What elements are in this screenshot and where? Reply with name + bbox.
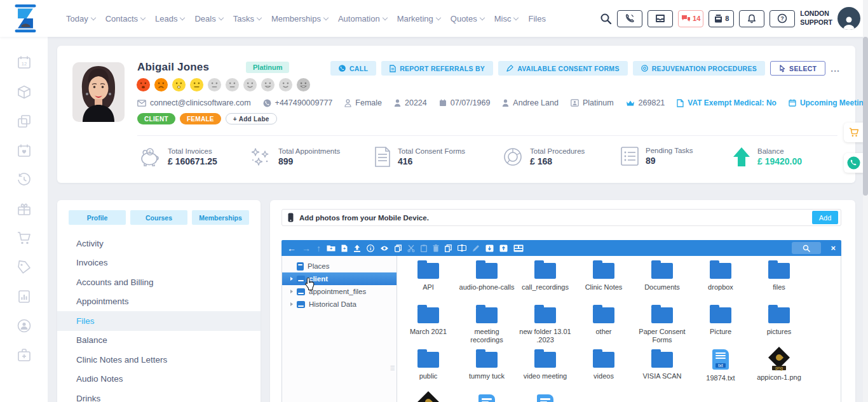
client-phone[interactable]: +447490009777	[263, 98, 333, 107]
history-icon[interactable]	[17, 172, 32, 187]
tree-item-client[interactable]: client	[282, 272, 397, 285]
package-icon[interactable]	[17, 84, 32, 100]
cart-icon[interactable]	[17, 231, 32, 246]
mood-6-icon[interactable]	[225, 77, 240, 92]
notifications-button[interactable]	[739, 10, 764, 27]
clinicsoftware-logo[interactable]	[11, 4, 39, 32]
extract-icon[interactable]	[499, 245, 508, 252]
file-item[interactable]: tummy tuck	[458, 349, 516, 393]
file-item[interactable]: dropbox	[691, 260, 750, 304]
mood-2-icon[interactable]	[154, 77, 168, 92]
report-icon[interactable]	[17, 289, 32, 304]
file-item[interactable]: pictures	[750, 304, 808, 349]
report-referrals-button[interactable]: REPORT REFERRALS BY	[381, 61, 493, 76]
file-item[interactable]: Paper Consent Forms	[633, 304, 691, 349]
preview-icon[interactable]	[380, 245, 389, 251]
add-label-button[interactable]: + Add Labe	[226, 113, 277, 124]
menu-item-activity[interactable]: Activity	[57, 234, 261, 253]
nav-today[interactable]: Today	[66, 14, 95, 23]
nav-leads[interactable]: Leads	[155, 14, 184, 23]
file-item[interactable]: other	[574, 304, 633, 349]
file-item[interactable]: public	[399, 349, 458, 393]
file-item[interactable]: March 2021	[399, 304, 458, 349]
mood-9-icon[interactable]	[278, 77, 293, 92]
call-button[interactable]: CALL	[330, 61, 376, 76]
rename-icon[interactable]	[458, 245, 466, 251]
cart-floating-button[interactable]	[844, 123, 864, 142]
file-item[interactable]: png	[399, 393, 458, 402]
page-scrollbar[interactable]	[863, 0, 868, 402]
nav-contacts[interactable]: Contacts	[105, 14, 145, 23]
edit-icon[interactable]	[472, 245, 480, 252]
mood-5-icon[interactable]	[207, 77, 222, 92]
menu-item-drinks[interactable]: Drinks	[57, 389, 261, 402]
upcoming-meetings-link[interactable]: Upcoming Meetings	[789, 98, 868, 107]
menu-item-clinic-notes[interactable]: Clinic Notes and Letters	[57, 350, 261, 370]
menu-item-files[interactable]: Files	[57, 311, 261, 331]
rejuvenation-button[interactable]: REJUVENATION PROCEDURES	[633, 61, 765, 76]
copy-icon[interactable]	[17, 114, 32, 129]
nav-automation[interactable]: Automation	[338, 14, 387, 23]
back-icon[interactable]: ←	[287, 244, 296, 253]
file-item[interactable]: API	[399, 260, 458, 304]
nav-memberships[interactable]: Memberships	[271, 14, 328, 23]
tag-icon[interactable]	[17, 260, 32, 275]
nav-tasks[interactable]: Tasks	[233, 14, 261, 23]
menu-item-balance[interactable]: Balance	[57, 331, 261, 351]
gift-icon[interactable]	[17, 201, 32, 217]
upload-icon[interactable]	[353, 245, 361, 252]
help-button[interactable]: ?	[770, 10, 795, 27]
mood-10-icon[interactable]	[296, 77, 311, 92]
calendar-icon[interactable]: 12	[17, 55, 32, 70]
client-email[interactable]: connect@clinicsoftware.com	[137, 98, 251, 107]
tab-courses[interactable]: Courses	[130, 210, 187, 225]
cut-icon[interactable]	[407, 245, 415, 252]
mood-4-icon[interactable]	[189, 77, 204, 92]
file-item[interactable]: audio-phone-calls	[458, 260, 516, 304]
dialer-button[interactable]	[617, 10, 642, 27]
call-floating-button[interactable]	[844, 153, 864, 173]
file-item[interactable]: videos	[574, 349, 633, 393]
view-mode-icon[interactable]	[513, 245, 524, 252]
file-item[interactable]: pngappicon-1.png	[750, 349, 808, 393]
nav-misc[interactable]: Misc	[494, 14, 519, 23]
client-photo[interactable]	[72, 62, 125, 122]
pos-button[interactable]: 8	[709, 10, 734, 27]
file-item[interactable]: call_recordings	[516, 260, 574, 304]
scrollbar-thumb[interactable]	[863, 37, 868, 196]
more-actions-button[interactable]: ...	[831, 64, 840, 74]
file-item[interactable]: txt19874.txt	[691, 349, 750, 393]
menu-item-invoices[interactable]: Invoices	[57, 253, 261, 273]
file-item[interactable]: Picture	[691, 304, 750, 349]
nav-files[interactable]: Files	[528, 14, 545, 23]
case-add-icon[interactable]	[17, 347, 32, 363]
search-button[interactable]	[792, 242, 821, 254]
new-file-icon[interactable]: +	[341, 245, 348, 252]
paste-icon[interactable]	[421, 245, 427, 252]
file-item[interactable]: Documents	[633, 260, 691, 304]
nav-marketing[interactable]: Marketing	[397, 14, 440, 23]
file-item[interactable]: Clinic Notes	[574, 260, 633, 304]
person-time-icon[interactable]	[17, 318, 32, 333]
archive-icon[interactable]	[485, 245, 494, 252]
file-item[interactable]	[516, 393, 574, 402]
menu-item-audio-notes[interactable]: Audio Notes	[57, 370, 261, 389]
file-item[interactable]: meeting recordings	[458, 304, 516, 349]
file-item[interactable]: video meeting	[516, 349, 574, 393]
user-avatar[interactable]	[837, 7, 860, 30]
tree-item-historical-data[interactable]: Historical Data	[282, 298, 397, 311]
close-icon[interactable]: ×	[831, 243, 836, 253]
menu-item-appointments[interactable]: Appointments	[57, 292, 261, 312]
tree-item-appointment-files[interactable]: appointment_files	[282, 285, 397, 298]
delete-icon[interactable]	[433, 245, 439, 252]
info-icon[interactable]: i	[367, 245, 374, 252]
tab-memberships[interactable]: Memberships	[192, 210, 249, 225]
mood-7-icon[interactable]	[243, 77, 257, 92]
vat-status-link[interactable]: VAT Exempt Medical: No	[677, 98, 776, 107]
new-folder-icon[interactable]: +	[327, 245, 336, 251]
menu-item-accounts-billing[interactable]: Accounts and Billing	[57, 272, 261, 292]
copy-icon[interactable]	[395, 245, 402, 252]
mood-3-icon[interactable]	[172, 77, 186, 92]
nav-quotes[interactable]: Quotes	[451, 14, 484, 23]
add-photos-button[interactable]: Add	[812, 211, 838, 224]
